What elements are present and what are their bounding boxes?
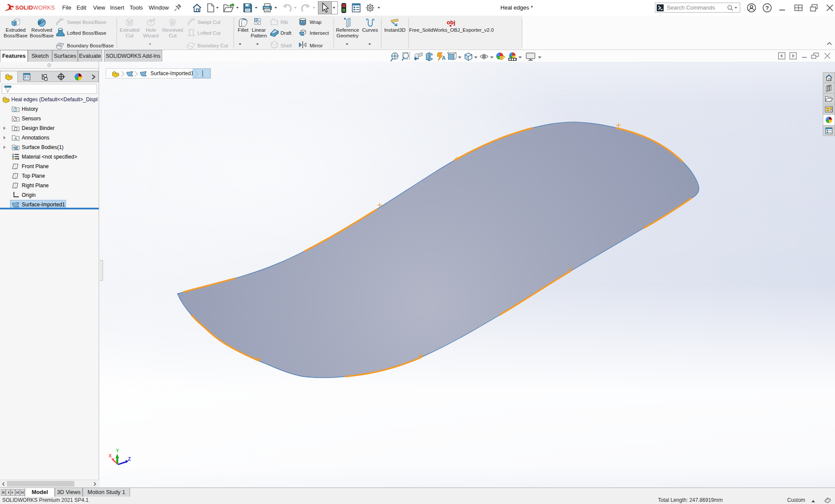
svg-text:X: X bbox=[109, 453, 112, 458]
svg-text:A: A bbox=[442, 55, 446, 61]
svg-text:Y: Y bbox=[116, 448, 119, 453]
svg-text:A: A bbox=[14, 136, 17, 141]
svg-text:SOLIDWORKS: SOLIDWORKS bbox=[15, 4, 55, 11]
svg-text:Z: Z bbox=[128, 456, 131, 461]
svg-text:?: ? bbox=[765, 5, 769, 11]
